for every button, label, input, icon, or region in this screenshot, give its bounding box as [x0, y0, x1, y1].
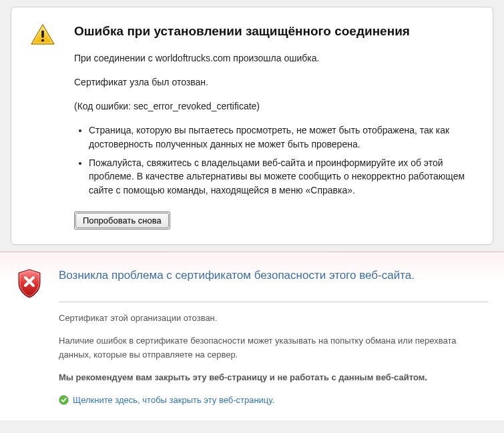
list-item: Страница, которую вы пытаетесь просмотре… [89, 123, 473, 151]
close-page-link[interactable]: Щелкните здесь, чтобы закрыть эту веб-ст… [73, 394, 274, 407]
ie-close-row: Щелкните здесь, чтобы закрыть эту веб-ст… [59, 394, 488, 407]
shield-icon-column [16, 267, 44, 407]
divider [59, 302, 488, 302]
ie-content: Возникла проблема с сертификатом безопас… [59, 267, 488, 407]
firefox-error-title: Ошибка при установлении защищённого соед… [74, 22, 473, 41]
warning-triangle-icon [30, 23, 55, 46]
success-check-icon [59, 395, 69, 405]
firefox-error-line1: При соединении с worldoftrucks.com произ… [74, 51, 473, 65]
ie-error-panel: Возникла проблема с сертификатом безопас… [0, 252, 504, 420]
retry-button-wrap: Попробовать снова [74, 211, 170, 230]
ie-revoked-text: Сертификат этой организации отозван. [59, 312, 488, 325]
retry-button[interactable]: Попробовать снова [75, 213, 169, 228]
ie-row: Возникла проблема с сертификатом безопас… [16, 267, 488, 407]
firefox-error-code: (Код ошибки: sec_error_revoked_certifica… [74, 99, 473, 113]
firefox-error-line2: Сертификат узла был отозван. [74, 75, 473, 89]
svg-rect-0 [41, 30, 44, 37]
firefox-content: Ошибка при установлении защищённого соед… [74, 22, 473, 230]
svg-point-1 [41, 39, 44, 41]
firefox-error-list: Страница, которую вы пытаетесь просмотре… [74, 123, 473, 196]
list-item: Пожалуйста, свяжитесь с владельцами веб-… [89, 156, 473, 197]
warning-icon-column [30, 22, 57, 230]
ie-recommend-text: Мы рекомендуем вам закрыть эту веб-стран… [59, 371, 488, 384]
security-shield-error-icon [16, 268, 44, 302]
firefox-row: Ошибка при установлении защищённого соед… [30, 22, 473, 230]
ie-error-title: Возникла проблема с сертификатом безопас… [59, 267, 488, 284]
firefox-error-panel: Ошибка при установлении защищённого соед… [11, 7, 493, 245]
ie-warning-text: Наличие ошибок в сертификате безопасност… [59, 334, 488, 361]
